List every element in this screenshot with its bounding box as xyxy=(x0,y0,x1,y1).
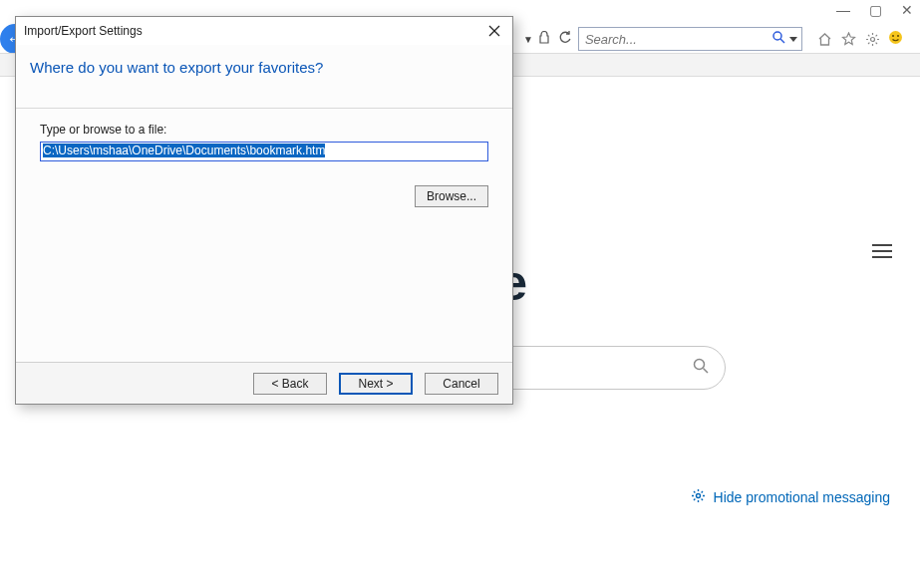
gear-icon[interactable] xyxy=(864,30,882,48)
back-button[interactable]: < Back xyxy=(253,373,327,395)
svg-point-6 xyxy=(695,360,705,370)
caret-down-icon[interactable]: ▼ xyxy=(523,34,533,45)
hide-promo-link[interactable]: Hide promotional messaging xyxy=(691,488,890,506)
window-minimize-button[interactable]: — xyxy=(836,2,850,18)
path-field-label: Type or browse to a file: xyxy=(40,123,488,137)
svg-line-1 xyxy=(780,39,784,43)
svg-point-3 xyxy=(889,31,902,44)
hide-promo-label: Hide promotional messaging xyxy=(714,489,890,505)
next-button[interactable]: Next > xyxy=(339,373,413,395)
svg-point-5 xyxy=(897,35,899,37)
import-export-dialog: Import/Export Settings Where do you want… xyxy=(15,16,513,405)
window-maximize-button[interactable]: ▢ xyxy=(868,2,882,18)
dialog-heading: Where do you want to export your favorit… xyxy=(16,45,512,109)
svg-line-7 xyxy=(704,369,709,374)
gear-icon xyxy=(691,488,706,506)
path-input[interactable]: C:\Users\mshaa\OneDrive\Documents\bookma… xyxy=(40,142,488,161)
search-input[interactable] xyxy=(583,31,772,48)
search-icon[interactable] xyxy=(772,31,785,47)
dialog-title: Import/Export Settings xyxy=(24,24,143,38)
svg-point-0 xyxy=(773,32,781,40)
dialog-close-button[interactable] xyxy=(484,21,504,41)
star-icon[interactable] xyxy=(840,30,858,48)
lock-icon xyxy=(539,31,550,47)
smiley-icon[interactable] xyxy=(888,30,903,49)
cancel-button[interactable]: Cancel xyxy=(425,373,498,395)
svg-point-2 xyxy=(871,37,875,41)
browse-button[interactable]: Browse... xyxy=(415,185,488,207)
window-close-button[interactable]: ✕ xyxy=(900,2,914,18)
search-box[interactable] xyxy=(578,27,802,51)
refresh-icon[interactable] xyxy=(558,31,572,48)
home-icon[interactable] xyxy=(816,30,834,48)
svg-point-4 xyxy=(892,35,894,37)
search-dropdown-icon[interactable] xyxy=(789,37,797,42)
dialog-titlebar: Import/Export Settings xyxy=(16,17,512,45)
svg-point-8 xyxy=(696,494,700,498)
hamburger-icon[interactable] xyxy=(872,244,892,258)
dialog-body: Type or browse to a file: C:\Users\mshaa… xyxy=(16,109,512,362)
dialog-footer: < Back Next > Cancel xyxy=(16,362,512,404)
path-input-value: C:\Users\mshaa\OneDrive\Documents\bookma… xyxy=(43,144,325,157)
search-icon[interactable] xyxy=(693,358,709,378)
